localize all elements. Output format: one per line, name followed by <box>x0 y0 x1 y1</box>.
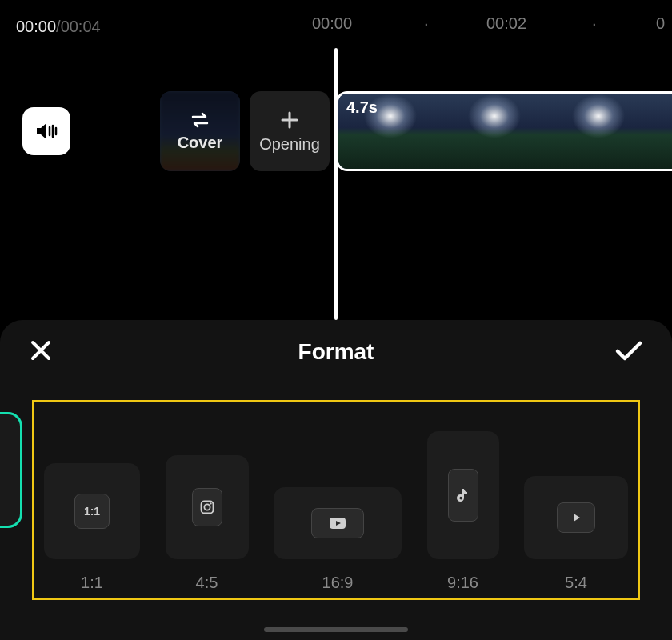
video-clip[interactable]: 4.7s <box>336 91 672 171</box>
ruler-tick-0: 00:00 <box>312 14 352 33</box>
clip-duration: 4.7s <box>346 98 378 117</box>
close-button[interactable] <box>29 338 53 366</box>
format-label: 4:5 <box>196 574 218 592</box>
format-tile <box>427 431 499 559</box>
format-option-9-16[interactable]: 9:16 <box>427 431 499 592</box>
format-label: 16:9 <box>322 574 354 592</box>
opening-button[interactable]: Opening <box>250 91 330 171</box>
confirm-button[interactable] <box>614 339 643 365</box>
format-tile: 1:1 <box>44 463 140 559</box>
ruler-dot: · <box>424 14 429 33</box>
ruler-dot: · <box>592 14 597 33</box>
cover-label: Cover <box>178 134 223 152</box>
format-option-16-9[interactable]: 16:9 <box>274 487 402 592</box>
instagram-icon <box>192 488 222 526</box>
home-indicator <box>264 627 408 632</box>
opening-label: Opening <box>259 135 320 154</box>
format-options: 1:1 1:1 4:5 <box>44 416 628 592</box>
youtube-icon <box>311 508 364 538</box>
time-ruler: 00:00/00:04 00:00 · 00:02 · 0 <box>0 14 672 38</box>
format-option-4-5[interactable]: 4:5 <box>166 455 249 592</box>
format-panel: Format 1:1 1:1 <box>0 320 672 640</box>
tiktok-icon <box>448 469 478 522</box>
ruler-tick-4: 0 <box>656 14 665 33</box>
format-title: Format <box>298 339 374 365</box>
aspect-1-1-icon: 1:1 <box>74 494 110 529</box>
plus-icon <box>279 110 300 130</box>
format-original-peek[interactable] <box>0 412 22 528</box>
format-tile <box>524 476 628 559</box>
clip-thumbnail <box>546 94 650 169</box>
format-label: 5:4 <box>565 574 587 592</box>
svg-text:1:1: 1:1 <box>84 505 100 518</box>
ruler-labels: 00:00 · 00:02 · 0 <box>0 14 672 38</box>
close-icon <box>29 338 53 362</box>
format-header: Format <box>0 320 672 384</box>
speaker-icon <box>34 120 58 142</box>
playhead[interactable] <box>334 48 338 320</box>
format-label: 9:16 <box>447 574 478 592</box>
ruler-tick-2: 00:02 <box>486 14 526 33</box>
sound-button[interactable] <box>22 107 70 155</box>
play-icon <box>557 502 595 533</box>
clip-thumbnail <box>650 94 672 169</box>
cover-button[interactable]: Cover <box>160 91 240 171</box>
format-tile <box>166 455 249 559</box>
format-option-5-4[interactable]: 5:4 <box>524 476 628 592</box>
svg-point-3 <box>210 502 211 504</box>
svg-point-2 <box>204 504 210 510</box>
format-option-1-1[interactable]: 1:1 1:1 <box>44 463 140 592</box>
check-icon <box>614 339 643 362</box>
cover-thumbnail <box>160 91 240 171</box>
format-label: 1:1 <box>81 574 103 592</box>
clip-thumbnail <box>442 94 546 169</box>
swap-icon <box>190 111 210 129</box>
format-tile <box>274 487 402 559</box>
